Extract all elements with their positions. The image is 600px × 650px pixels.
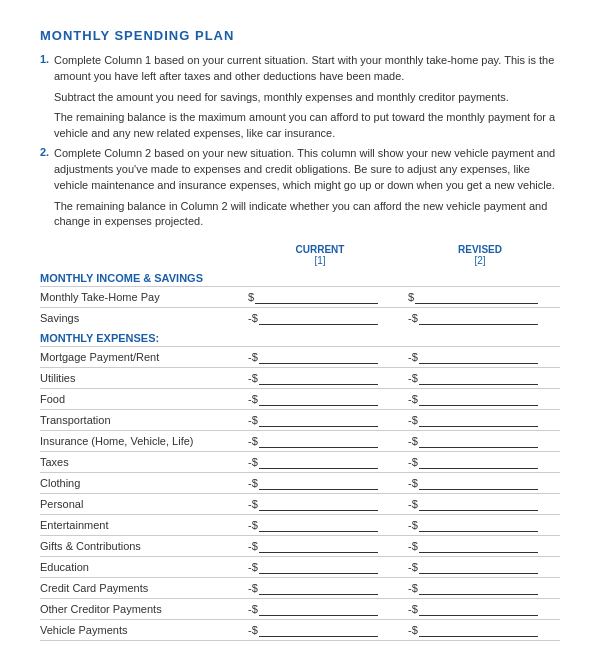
- revised-underline[interactable]: [419, 476, 538, 490]
- revised-underline[interactable]: [419, 311, 538, 325]
- revised-underline[interactable]: [419, 518, 538, 532]
- revised-underline[interactable]: [419, 497, 538, 511]
- instruction-num-1: 1.: [40, 53, 54, 85]
- table-row: Personal -$ -$: [40, 493, 560, 514]
- current-dollar: -$: [248, 582, 258, 594]
- current-input-field: -$: [240, 392, 400, 406]
- table-row: Taxes -$ -$: [40, 451, 560, 472]
- revised-dollar: -$: [408, 582, 418, 594]
- current-underline[interactable]: [259, 602, 378, 616]
- current-input-field: -$: [240, 560, 400, 574]
- current-underline[interactable]: [259, 560, 378, 574]
- row-label: Utilities: [40, 372, 240, 384]
- instruction-2-sub-1: The remaining balance in Column 2 will i…: [54, 199, 560, 231]
- revised-header: Revised: [400, 244, 560, 255]
- revised-underline[interactable]: [419, 413, 538, 427]
- instructions-section: 1.Complete Column 1 based on your curren…: [40, 53, 560, 230]
- revised-underline[interactable]: [419, 581, 538, 595]
- current-dollar: $: [248, 291, 254, 303]
- current-underline[interactable]: [259, 518, 378, 532]
- current-input-field: $: [240, 290, 400, 304]
- revised-input-field: -$: [400, 581, 560, 595]
- row-label: Gifts & Contributions: [40, 540, 240, 552]
- row-label: Insurance (Home, Vehicle, Life): [40, 435, 240, 447]
- current-underline[interactable]: [259, 581, 378, 595]
- section-header-label-0: Monthly Income & Savings: [40, 272, 560, 284]
- instruction-text-2: Complete Column 2 based on your new situ…: [54, 146, 560, 194]
- instruction-num-2: 2.: [40, 146, 54, 194]
- current-underline[interactable]: [259, 350, 378, 364]
- table-row: Gifts & Contributions -$ -$: [40, 535, 560, 556]
- current-dollar: -$: [248, 603, 258, 615]
- current-input-field: -$: [240, 455, 400, 469]
- current-dollar: -$: [248, 393, 258, 405]
- current-underline[interactable]: [259, 371, 378, 385]
- row-label: Taxes: [40, 456, 240, 468]
- current-header: Current: [240, 244, 400, 255]
- revised-underline[interactable]: [415, 290, 538, 304]
- current-input-field: -$: [240, 311, 400, 325]
- current-dollar: -$: [248, 456, 258, 468]
- revised-num: [2]: [400, 255, 560, 266]
- current-input-field: -$: [240, 539, 400, 553]
- revised-input-field: -$: [400, 311, 560, 325]
- revised-underline[interactable]: [419, 350, 538, 364]
- row-label: Other Creditor Payments: [40, 603, 240, 615]
- current-dollar: -$: [248, 540, 258, 552]
- current-dollar: -$: [248, 519, 258, 531]
- revised-input-field: -$: [400, 413, 560, 427]
- current-underline[interactable]: [255, 290, 378, 304]
- revised-input-field: -$: [400, 371, 560, 385]
- table-row: Vehicle Payments -$ -$: [40, 619, 560, 641]
- revised-underline[interactable]: [419, 602, 538, 616]
- current-input-field: -$: [240, 518, 400, 532]
- instruction-1-sub-1: Subtract the amount you need for savings…: [54, 90, 560, 106]
- revised-dollar: -$: [408, 372, 418, 384]
- revised-underline[interactable]: [419, 455, 538, 469]
- row-label: Vehicle Payments: [40, 624, 240, 636]
- revised-underline[interactable]: [419, 560, 538, 574]
- revised-dollar: -$: [408, 435, 418, 447]
- row-label: Education: [40, 561, 240, 573]
- revised-dollar: -$: [408, 624, 418, 636]
- revised-dollar: -$: [408, 393, 418, 405]
- row-label: Entertainment: [40, 519, 240, 531]
- current-underline[interactable]: [259, 539, 378, 553]
- revised-dollar: -$: [408, 414, 418, 426]
- table-row: Transportation -$ -$: [40, 409, 560, 430]
- current-underline[interactable]: [259, 434, 378, 448]
- current-input-field: -$: [240, 413, 400, 427]
- current-underline[interactable]: [259, 455, 378, 469]
- table-row: Utilities -$ -$: [40, 367, 560, 388]
- current-underline[interactable]: [259, 497, 378, 511]
- current-underline[interactable]: [259, 476, 378, 490]
- section-header-3: Monthly Expenses:: [40, 328, 560, 346]
- revised-underline[interactable]: [419, 623, 538, 637]
- current-underline[interactable]: [259, 311, 378, 325]
- revised-input-field: -$: [400, 476, 560, 490]
- page-title: Monthly Spending Plan: [40, 28, 560, 43]
- current-dollar: -$: [248, 561, 258, 573]
- row-label: Savings: [40, 312, 240, 324]
- current-input-field: -$: [240, 623, 400, 637]
- revised-underline[interactable]: [419, 371, 538, 385]
- instruction-2: 2.Complete Column 2 based on your new si…: [40, 146, 560, 194]
- revised-dollar: -$: [408, 561, 418, 573]
- instruction-1-sub-2: The remaining balance is the maximum amo…: [54, 110, 560, 142]
- current-underline[interactable]: [259, 623, 378, 637]
- revised-input-field: -$: [400, 392, 560, 406]
- table-row: Clothing -$ -$: [40, 472, 560, 493]
- revised-input-field: -$: [400, 455, 560, 469]
- current-underline[interactable]: [259, 392, 378, 406]
- revised-underline[interactable]: [419, 539, 538, 553]
- revised-underline[interactable]: [419, 434, 538, 448]
- revised-dollar: -$: [408, 312, 418, 324]
- row-label: Credit Card Payments: [40, 582, 240, 594]
- revised-input-field: -$: [400, 560, 560, 574]
- revised-dollar: -$: [408, 498, 418, 510]
- section-header-label-3: Monthly Expenses:: [40, 332, 560, 344]
- current-underline[interactable]: [259, 413, 378, 427]
- current-input-field: -$: [240, 581, 400, 595]
- table-row: Insurance (Home, Vehicle, Life) -$ -$: [40, 430, 560, 451]
- revised-underline[interactable]: [419, 392, 538, 406]
